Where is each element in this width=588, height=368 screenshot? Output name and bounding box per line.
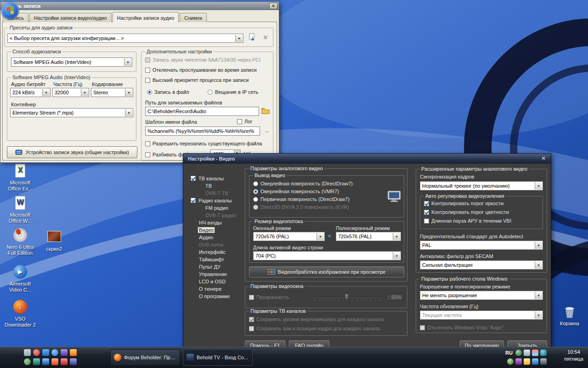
close-icon[interactable]: ✕ [269,3,277,9]
checkbox[interactable] [191,176,196,181]
radio[interactable] [253,189,258,194]
browse-folder-button[interactable] [261,107,271,116]
dropdown-arrow-icon[interactable]: ▼ [125,89,132,96]
fullscreen-size-combobox[interactable]: 720x576 (PAL) ▼ [336,232,401,241]
checkbox[interactable] [145,78,150,83]
settings-titlebar[interactable]: Настройки - Видео ✕ [183,154,551,164]
desktop-icon-excel[interactable]: X Microsoft Office Ex... [3,163,38,192]
desktop-icon-vso[interactable]: ↓ VSO Downloader 2 [3,299,38,328]
radio[interactable] [253,197,258,202]
tree-item-tv[interactable]: ТВ [191,182,243,189]
quicklaunch-icon-10[interactable] [51,358,58,365]
tree-item-lf-inputs[interactable]: НЧ входы [191,219,243,226]
tree-item-timeshift[interactable]: Таймшифт [191,256,243,263]
tree-item-video[interactable]: Видео [191,226,243,233]
taskbar-button-firefox[interactable]: Форум Beholder: Про... [110,349,180,366]
radio[interactable] [147,90,152,95]
dropdown-arrow-icon[interactable]: ▼ [393,252,400,259]
quicklaunch-icon-1[interactable] [24,349,31,356]
dropdown-arrow-icon[interactable]: ▼ [535,311,542,319]
quicklaunch-icon-9[interactable] [42,358,49,365]
tree-item-dvb-stream[interactable]: DVB поток [191,241,243,248]
tree-item-audio[interactable]: Аудио [191,234,243,241]
tree-item-dvbt-tv[interactable]: DVB-T ТВ [191,190,243,196]
fullscreen-resolution-combobox[interactable]: Не менять разрешение ▼ [420,291,543,300]
taskbar-button-behold-tv[interactable]: Behold TV - Вход Со... [183,349,253,366]
tray-clock[interactable]: 10:54 [561,349,586,355]
desktop-icon-skrin2[interactable]: скрин2 [37,229,72,252]
d ropdown-arrow-icon[interactable]: ▼ [535,292,542,299]
radio[interactable] [253,205,258,210]
desktop-icon-recycle-bin[interactable]: Корзина [552,304,587,327]
checkbox[interactable] [420,325,425,330]
refresh-rate-combobox[interactable]: Текущая частота ▼ [420,310,543,320]
checkbox-chroma-threshold[interactable]: Контролировать порог цветности [424,209,509,215]
quicklaunch-icon-7[interactable] [24,358,31,365]
record-path-input[interactable]: C:\Beholder\Record\Audio [145,107,259,116]
coding-combobox[interactable]: Stereo ▼ [91,88,133,97]
tree-item-control[interactable]: Управление [191,270,243,277]
checkbox-allow-overwrite[interactable]: Разрешить перезапись существующего файла [145,140,262,147]
desktop-icon-nero[interactable]: Nero 6 Ultra Full Edition [3,227,38,256]
dropdown-arrow-icon[interactable]: ▼ [535,261,542,269]
tree-item-remote[interactable]: Пульт ДУ [191,263,243,270]
dropdown-arrow-icon[interactable]: ▼ [235,34,243,42]
help-button[interactable]: Помощь - F1 [245,340,285,347]
defaults-button[interactable]: По умолчанию [460,340,504,347]
radio[interactable] [208,90,213,95]
radio-primary-directdraw7[interactable]: Первичная поверхность (DirectDraw7) [253,196,350,202]
dropdown-arrow-icon[interactable]: ▼ [535,242,542,249]
save-preset-button[interactable] [248,33,257,42]
template-more-button[interactable]: ... [263,126,271,136]
checkbox-disable-aero[interactable]: Отключать Windows Vista “Аэро” [420,324,503,331]
tree-item-interface[interactable]: Интерфейс [191,248,243,255]
frequency-combobox[interactable]: 32000 ▼ [52,88,89,97]
quicklaunch-icon-2[interactable] [33,349,40,356]
checkbox-transparency[interactable]: Прозрачность [249,294,289,300]
quicklaunch-icon-12[interactable] [70,358,77,365]
tab-audio-settings[interactable]: Настройки записи аудио [113,12,179,22]
tab-snapshot[interactable]: Снимок [180,13,207,22]
antialias-combobox[interactable]: Сильная фильтрация ▼ [420,260,543,270]
checkbox-agc-pause-vbi[interactable]: Длинная пауза АРУ в течении VBI [424,218,511,224]
quicklaunch-icon-3[interactable] [42,349,49,356]
tray-icon-1[interactable] [515,350,522,356]
dropdown-arrow-icon[interactable]: ▼ [535,182,542,190]
radio-overlay-directdraw7[interactable]: Оверлейная поверхность (DirectDraw7) [253,180,353,187]
dropdown-arrow-icon[interactable]: ▼ [317,233,324,240]
audio-method-combobox[interactable]: Software MPEG Audio (InterVideo) ▼ [11,58,132,67]
checkbox-saa-pci[interactable]: Запись звука чипсетом SAA7134/35 через P… [145,57,260,63]
checkbox-log[interactable]: Лог [237,118,252,125]
radio-d3d-dxva-evr[interactable]: Direct3D DXVA 2.0 поверхность (EVR) [253,204,349,210]
radio-ip-broadcast[interactable]: Вещание в IP сеть [208,89,258,95]
sound-device-settings-button[interactable]: Устройство записи звука (общие настройки… [7,146,137,158]
tray-icon-2[interactable] [524,350,530,356]
tray-icon-4[interactable] [540,350,547,356]
dropdown-arrow-icon[interactable]: ▼ [125,109,132,116]
checkbox[interactable] [424,218,429,224]
active-line-combobox[interactable]: 704 (PC) ▼ [253,251,401,260]
checkbox[interactable] [237,119,242,124]
checkbox[interactable] [424,201,429,206]
tray-icon-8[interactable] [532,358,538,365]
checkbox[interactable] [249,295,254,300]
dropdown-arrow-icon[interactable]: ▼ [81,89,88,96]
radio-overlay-vmr7[interactable]: Оверлейная поверхность (VMR7) [253,188,339,195]
quicklaunch-icon-4[interactable] [51,349,58,356]
checkbox[interactable] [145,58,150,63]
tray-icon-9[interactable] [540,358,547,365]
desktop-icon-word[interactable]: W Microsoft Office W... [3,195,38,224]
desktop-icon-aimersoft[interactable]: ▶ Aimersoft Video C... [3,264,38,293]
windowed-size-combobox[interactable]: 720x576 (PAL) ▼ [253,232,325,241]
tree-item-tv-channels[interactable]: ТВ каналы [191,175,243,182]
tab-video-audio-settings[interactable]: Настройки записи видео/аудио [29,13,111,22]
dropdown-arrow-icon[interactable]: ▼ [393,233,400,240]
checkbox[interactable] [424,210,429,215]
start-button[interactable] [1,2,19,19]
checkbox-keep-zoom-position[interactable]: Сохранять зум и позицию кадра для каждог… [249,325,380,332]
tray-icon-7[interactable] [524,358,530,365]
radio[interactable] [253,181,258,186]
transparency-slider-thumb[interactable] [345,293,349,300]
checkbox[interactable] [145,68,150,73]
checkbox-mute-while-recording[interactable]: Отключать прослушивание во время записи [145,67,257,73]
